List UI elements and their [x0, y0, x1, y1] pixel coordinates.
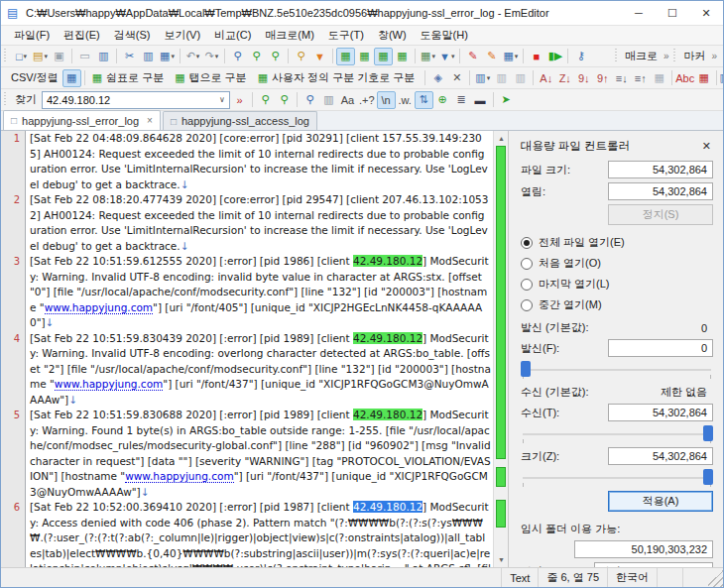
menu-item[interactable]: 매크로(M) [258, 26, 321, 45]
editor-area[interactable]: 1[Sat Feb 22 04:48:09.864628 2020] [core… [1, 131, 493, 567]
cut-icon[interactable]: ✂ [120, 48, 139, 65]
dropdown-arrow-icon[interactable]: ▾ [487, 74, 491, 82]
from-input[interactable]: 0 [608, 339, 713, 357]
csv-normal-mode-icon[interactable]: ▦ [336, 48, 355, 65]
user-defined-separated-button[interactable]: ▦사용자 정의 구분 기호로 구분 [254, 68, 422, 87]
run-to-end-icon[interactable]: ▮▶ [545, 48, 564, 65]
filter-toolbar-icon[interactable]: ▬ [471, 91, 490, 109]
scrollbar-match-marker[interactable] [496, 146, 506, 459]
dropdown-arrow-icon[interactable]: ▾ [431, 53, 435, 60]
toolbar-grip[interactable] [4, 92, 9, 107]
delimiter-position-icon[interactable]: ◈ [428, 69, 447, 87]
menu-item[interactable]: 비교(C) [207, 26, 258, 45]
open-mode-radio[interactable]: 마지막 열기(L) [521, 277, 713, 292]
jump-to-match-icon[interactable]: ➤ [497, 91, 516, 109]
find-toolbar-overflow-icon[interactable]: » [230, 91, 249, 109]
log-link[interactable]: www.happyjung.com [125, 470, 233, 483]
number-range-icon[interactable]: .+? [357, 91, 377, 109]
scrollbar-match-marker[interactable] [496, 500, 506, 529]
match-case-icon[interactable]: Aa [338, 91, 357, 109]
csv-mode-toggle-icon[interactable]: ▦ [62, 69, 81, 87]
find-previous-icon[interactable]: ⚲ [256, 91, 275, 109]
combo-dropdown-icon[interactable]: ∨ [215, 95, 229, 104]
dropdown-arrow-icon[interactable]: ▾ [44, 53, 48, 60]
whole-word-icon[interactable]: .w. [396, 91, 415, 109]
sort-a-to-z-icon[interactable]: A↓ [537, 69, 555, 87]
tab-close-icon[interactable]: × [147, 115, 153, 126]
stop-macro-icon[interactable]: ■ [527, 48, 545, 65]
menu-item[interactable]: 검색(S) [107, 26, 158, 45]
open-mode-radio[interactable]: 전체 파일 열기(E) [521, 235, 713, 250]
find-icon[interactable]: ⚲ [228, 48, 247, 65]
comma-separated-button[interactable]: ▦쉼표로 구분 [88, 68, 171, 87]
search-up-down-icon[interactable]: ⇅ [415, 91, 433, 109]
find-combobox[interactable]: ∨ [42, 91, 230, 109]
scroll-up-icon[interactable]: ▲ [494, 131, 509, 146]
delete-column-icon[interactable]: ▥ [511, 69, 530, 87]
to-input[interactable]: 54,302,864 [608, 404, 713, 421]
status-caret-position[interactable]: 줄 6, 열 75 [538, 568, 607, 587]
find-in-selection-icon[interactable]: ▥ [319, 91, 338, 109]
status-mode[interactable]: Text [501, 568, 538, 587]
paste-icon[interactable]: ▦▾ [158, 48, 177, 65]
overflow-chevron-icon[interactable]: » [711, 51, 717, 61]
menu-item[interactable]: 도구(T) [321, 26, 371, 45]
scrollbar-match-marker[interactable] [496, 467, 506, 488]
from-slider-thumb[interactable] [521, 361, 531, 377]
menu-item[interactable]: 창(W) [371, 26, 414, 45]
select-column-icon[interactable]: ▥▾ [473, 69, 492, 87]
adjust-separators-icon[interactable]: ✕ [447, 69, 466, 87]
sort-smallest-to-largest-icon[interactable]: 9↓ [574, 69, 593, 87]
sort-largest-to-smallest-icon[interactable]: 9↑ [593, 69, 612, 87]
dropdown-arrow-icon[interactable]: ▾ [451, 53, 455, 60]
stop-button[interactable]: 정지(S) [608, 204, 713, 225]
log-link[interactable]: www.happyjung.com [45, 301, 153, 314]
from-slider[interactable] [521, 361, 713, 379]
marker-toolbar-group[interactable]: 마커 [683, 49, 705, 63]
save-file-icon[interactable]: ▣ [50, 48, 68, 65]
tab-separated-button[interactable]: ▦탭으로 구분 [171, 68, 253, 87]
play-macro-icon[interactable]: ✎ [482, 48, 501, 65]
marker-menu-icon[interactable]: ▦▾ [419, 48, 437, 65]
find-previous-icon[interactable]: ⚲ [247, 48, 266, 65]
document-tab[interactable]: □happyjung-ssl_error_log× [3, 110, 161, 130]
sort-z-to-a-icon[interactable]: Z↓ [555, 69, 574, 87]
log-link[interactable]: www.happyjung.com [55, 378, 163, 391]
open-mode-radio[interactable]: 중간 열기(M) [521, 297, 713, 312]
overflow-chevron-icon[interactable]: » [664, 51, 669, 61]
incremental-search-icon[interactable]: ⚲ [301, 91, 319, 109]
filter-icon[interactable]: ▼ [310, 48, 329, 65]
privacy-key-icon[interactable]: ⚷ [571, 48, 590, 65]
find-in-files-icon[interactable]: ⚲ [292, 48, 310, 65]
toolbar-grip[interactable] [673, 49, 678, 63]
menu-item[interactable]: 파일(F) [7, 26, 57, 45]
csv-tab-mode-icon[interactable]: ▦ [374, 48, 393, 65]
csv-user-mode-icon[interactable]: ▦ [393, 48, 412, 65]
toolbar-grip[interactable] [4, 49, 9, 63]
find-input[interactable] [43, 94, 215, 106]
macro-options-icon[interactable]: ▦▾ [501, 48, 520, 65]
insert-column-icon[interactable]: ▥ [492, 69, 511, 87]
compare-windows-icon[interactable]: ▥▥ [720, 69, 723, 87]
dropdown-arrow-icon[interactable]: ▾ [515, 53, 519, 60]
redo-icon[interactable]: ↷▾ [202, 48, 221, 65]
dropdown-arrow-icon[interactable]: ▾ [215, 53, 219, 60]
vertical-scrollbar[interactable]: ▲ ▼ [493, 131, 508, 567]
dropdown-arrow-icon[interactable]: ▾ [196, 53, 200, 60]
find-next-icon[interactable]: ⚲ [275, 91, 294, 109]
status-language[interactable]: 한국어 [607, 568, 657, 587]
regular-expression-icon[interactable]: ⊕ [433, 91, 452, 109]
new-file-icon[interactable]: □▾ [12, 48, 31, 65]
maximize-button[interactable]: ☐ [656, 1, 689, 25]
open-mode-radio[interactable]: 처음 열기(O) [521, 256, 713, 271]
resize-grip[interactable] [708, 568, 723, 587]
find-next-icon[interactable]: ⚲ [266, 48, 285, 65]
radio-icon[interactable] [521, 237, 533, 249]
copy-icon[interactable]: ▥ [139, 48, 158, 65]
record-macro-icon[interactable]: ✎ [463, 48, 482, 65]
document-tab[interactable]: □happyjung-ssl_access_log [163, 111, 317, 130]
size-slider[interactable] [521, 469, 713, 487]
toolbar-grip[interactable] [615, 49, 620, 63]
panel-close-icon[interactable]: ✕ [700, 140, 713, 153]
apply-button[interactable]: 적용(A) [608, 491, 713, 512]
